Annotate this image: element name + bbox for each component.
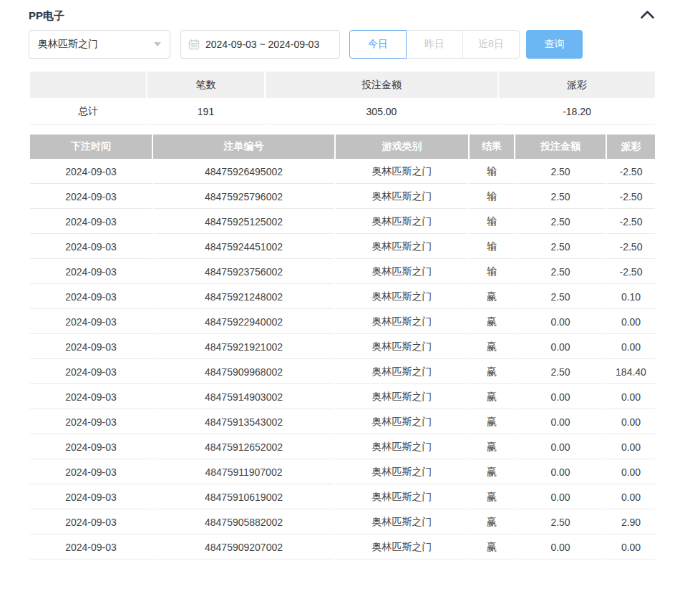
table-body: 2024-09-0348475926495002奥林匹斯之门输2.50-2.50… <box>30 160 655 559</box>
cell-payout: -2.50 <box>607 210 655 234</box>
cell-bet-time: 2024-09-03 <box>30 511 152 534</box>
table-row: 2024-09-0348475909968002奥林匹斯之门赢2.50184.4… <box>30 361 655 384</box>
cell-result: 赢 <box>470 511 514 534</box>
table-row: 2024-09-0348475910619002奥林匹斯之门赢0.000.00 <box>30 486 655 509</box>
cell-bet-amount: 0.00 <box>515 336 606 359</box>
cell-bet-time: 2024-09-03 <box>30 411 152 434</box>
cell-payout: 0.00 <box>607 336 655 359</box>
summary-header-row: 笔数 投注金额 派彩 <box>30 72 655 98</box>
table-row: 2024-09-0348475926495002奥林匹斯之门输2.50-2.50 <box>30 160 655 184</box>
chevron-up-icon <box>640 10 655 21</box>
cell-order-no: 48475922940002 <box>153 311 334 334</box>
cell-game-type: 奥林匹斯之门 <box>336 336 468 359</box>
cell-game-type: 奥林匹斯之门 <box>336 185 468 209</box>
cell-game-type: 奥林匹斯之门 <box>336 386 468 409</box>
table-row: 2024-09-0348475914903002奥林匹斯之门赢0.000.00 <box>30 386 655 409</box>
cell-bet-time: 2024-09-03 <box>30 210 152 234</box>
cell-bet-time: 2024-09-03 <box>30 311 152 334</box>
cell-game-type: 奥林匹斯之门 <box>336 235 468 259</box>
panel-title: PP电子 <box>29 9 64 23</box>
table-row: 2024-09-0348475909207002奥林匹斯之门赢0.000.00 <box>30 536 655 559</box>
date-range-input[interactable]: 2024-09-03 ~ 2024-09-03 <box>180 30 340 59</box>
quick-range-yesterday-button[interactable]: 昨日 <box>406 30 463 59</box>
table-header-row: 下注时间 注单编号 游戏类别 结果 投注金额 派彩 <box>30 135 655 159</box>
cell-game-type: 奥林匹斯之门 <box>336 285 468 309</box>
table-row: 2024-09-0348475924451002奥林匹斯之门输2.50-2.50 <box>30 235 655 259</box>
filter-bar: 奥林匹斯之门 2024-09-03 ~ 2024-09-03 今日 昨日 近8日 <box>29 30 656 59</box>
cell-order-no: 48475910619002 <box>153 486 334 509</box>
calendar-icon <box>188 39 200 50</box>
cell-payout: 0.00 <box>607 436 655 459</box>
cell-bet-time: 2024-09-03 <box>30 361 152 384</box>
quick-range-group: 今日 昨日 近8日 <box>349 30 520 59</box>
cell-bet-time: 2024-09-03 <box>30 185 152 209</box>
cell-order-no: 48475926495002 <box>153 160 334 184</box>
cell-payout: 2.90 <box>607 511 655 534</box>
cell-bet-amount: 2.50 <box>515 260 606 284</box>
cell-game-type: 奥林匹斯之门 <box>336 536 468 559</box>
header-bet-time: 下注时间 <box>30 135 152 159</box>
summary-header-blank <box>30 72 146 98</box>
cell-result: 赢 <box>470 436 514 459</box>
header-game-type: 游戏类别 <box>336 135 468 159</box>
cell-payout: -2.50 <box>607 235 655 259</box>
cell-payout: 0.00 <box>607 411 655 434</box>
bet-records-table: 下注时间 注单编号 游戏类别 结果 投注金额 派彩 2024-09-034847… <box>29 133 656 561</box>
cell-bet-time: 2024-09-03 <box>30 160 152 184</box>
table-row: 2024-09-0348475925125002奥林匹斯之门输2.50-2.50 <box>30 210 655 234</box>
cell-game-type: 奥林匹斯之门 <box>336 260 468 284</box>
cell-bet-amount: 2.50 <box>515 361 606 384</box>
cell-bet-time: 2024-09-03 <box>30 260 152 284</box>
cell-order-no: 48475921921002 <box>153 336 334 359</box>
cell-bet-time: 2024-09-03 <box>30 536 152 559</box>
game-select-value: 奥林匹斯之门 <box>38 38 98 51</box>
summary-total-payout: -18.20 <box>499 99 655 124</box>
cell-result: 赢 <box>470 336 514 359</box>
date-range-value: 2024-09-03 ~ 2024-09-03 <box>205 39 319 50</box>
cell-result: 输 <box>470 235 514 259</box>
cell-result: 输 <box>470 160 514 184</box>
summary-header-payout: 派彩 <box>499 72 655 98</box>
query-button[interactable]: 查询 <box>526 30 583 59</box>
cell-game-type: 奥林匹斯之门 <box>336 461 468 484</box>
cell-result: 赢 <box>470 311 514 334</box>
cell-bet-amount: 0.00 <box>515 311 606 334</box>
game-select[interactable]: 奥林匹斯之门 <box>29 30 170 59</box>
cell-result: 输 <box>470 210 514 234</box>
header-bet-amount: 投注金额 <box>515 135 606 159</box>
cell-order-no: 48475914903002 <box>153 386 334 409</box>
cell-game-type: 奥林匹斯之门 <box>336 511 468 534</box>
cell-payout: 0.00 <box>607 311 655 334</box>
table-row: 2024-09-0348475923756002奥林匹斯之门输2.50-2.50 <box>30 260 655 284</box>
cell-payout: 0.00 <box>607 536 655 559</box>
cell-result: 赢 <box>470 285 514 309</box>
cell-game-type: 奥林匹斯之门 <box>336 436 468 459</box>
cell-order-no: 48475924451002 <box>153 235 334 259</box>
cell-result: 输 <box>470 260 514 284</box>
caret-down-icon <box>154 42 161 47</box>
table-row: 2024-09-0348475921248002奥林匹斯之门赢2.500.10 <box>30 285 655 309</box>
table-row: 2024-09-0348475922940002奥林匹斯之门赢0.000.00 <box>30 311 655 334</box>
cell-order-no: 48475925125002 <box>153 210 334 234</box>
quick-range-last8days-button[interactable]: 近8日 <box>462 30 520 59</box>
cell-bet-amount: 2.50 <box>515 185 606 209</box>
summary-table: 笔数 投注金额 派彩 总计 191 305.00 -18.20 <box>29 70 656 126</box>
cell-order-no: 48475912652002 <box>153 436 334 459</box>
cell-game-type: 奥林匹斯之门 <box>336 486 468 509</box>
collapse-panel-button[interactable] <box>638 9 656 23</box>
summary-total-count: 191 <box>147 99 264 124</box>
cell-bet-amount: 0.00 <box>515 486 606 509</box>
table-row: 2024-09-0348475925796002奥林匹斯之门输2.50-2.50 <box>30 185 655 209</box>
table-row: 2024-09-0348475911907002奥林匹斯之门赢0.000.00 <box>30 461 655 484</box>
cell-order-no: 48475913543002 <box>153 411 334 434</box>
table-row: 2024-09-0348475912652002奥林匹斯之门赢0.000.00 <box>30 436 655 459</box>
quick-range-today-button[interactable]: 今日 <box>349 30 407 59</box>
summary-total-bet-amount: 305.00 <box>266 99 497 124</box>
cell-payout: 0.00 <box>607 386 655 409</box>
table-row: 2024-09-0348475905882002奥林匹斯之门赢2.502.90 <box>30 511 655 534</box>
cell-bet-amount: 0.00 <box>515 536 606 559</box>
cell-bet-time: 2024-09-03 <box>30 486 152 509</box>
cell-payout: 0.10 <box>607 285 655 309</box>
cell-game-type: 奥林匹斯之门 <box>336 361 468 384</box>
cell-bet-time: 2024-09-03 <box>30 436 152 459</box>
